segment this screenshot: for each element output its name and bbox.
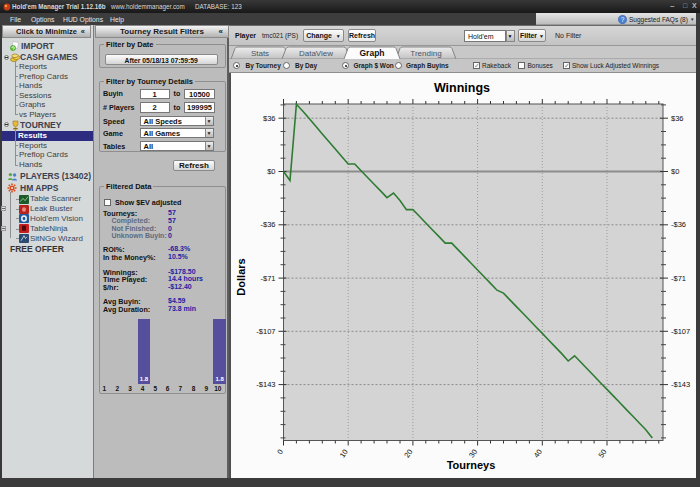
svg-text:-$71: -$71 bbox=[260, 273, 275, 282]
svg-text:Stats: Stats bbox=[251, 48, 269, 57]
svg-text:-$71: -$71 bbox=[671, 273, 686, 282]
svg-text:$36: $36 bbox=[671, 113, 684, 122]
svg-text:DataView: DataView bbox=[299, 48, 333, 57]
svg-text:Tourneys: Tourneys bbox=[447, 459, 496, 471]
svg-text:Trending: Trending bbox=[410, 48, 441, 57]
svg-text:$36: $36 bbox=[263, 113, 276, 122]
svg-text:-$143: -$143 bbox=[671, 380, 690, 389]
svg-text:Graph: Graph bbox=[359, 47, 384, 57]
svg-text:-$107: -$107 bbox=[256, 326, 275, 335]
svg-text:$0: $0 bbox=[267, 167, 275, 176]
svg-text:Winnings: Winnings bbox=[434, 81, 490, 95]
svg-text:$0: $0 bbox=[671, 167, 679, 176]
svg-text:-$143: -$143 bbox=[256, 380, 275, 389]
svg-text:-$107: -$107 bbox=[671, 326, 690, 335]
svg-text:-$36: -$36 bbox=[260, 220, 275, 229]
svg-text:Dollars: Dollars bbox=[235, 258, 247, 295]
svg-text:?: ? bbox=[621, 16, 625, 23]
svg-text:-$36: -$36 bbox=[671, 220, 686, 229]
